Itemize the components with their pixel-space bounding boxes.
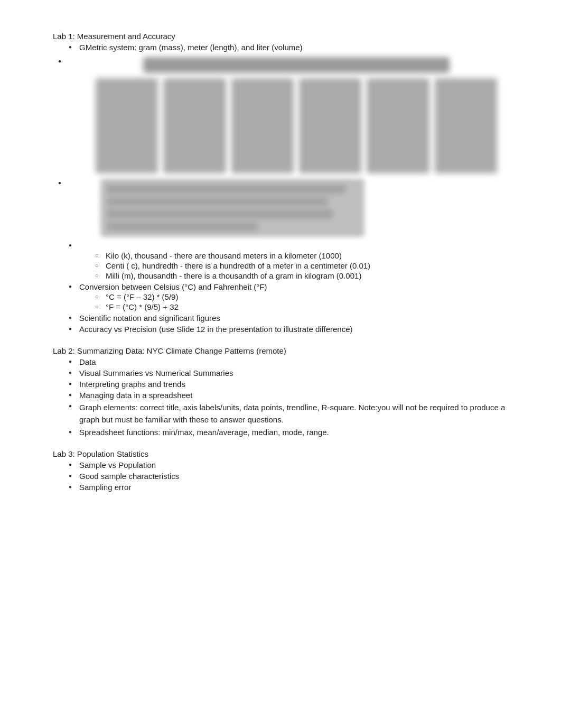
- sub-item-text: Kilo (k), thousand - there are thousand …: [106, 251, 342, 260]
- list-item: Sample vs Population: [69, 460, 519, 469]
- list-item: Managing data in a spreadsheet: [69, 391, 519, 400]
- blurred-col-5: [367, 78, 429, 173]
- bullet-text: Sample vs Population: [79, 460, 156, 469]
- list-item: °C = (°F – 32) * (5/9): [95, 292, 519, 301]
- list-item: Graph elements: correct title, axis labe…: [69, 402, 519, 426]
- lab3-bullet-list: Sample vs Population Good sample charact…: [53, 460, 519, 492]
- lab3-title: Lab 3: Population Statistics: [53, 449, 519, 458]
- list-item: Milli (m), thousandth - there is a thous…: [95, 271, 519, 280]
- bullet-text: Sampling error: [79, 483, 131, 492]
- bullet-text: Data: [79, 357, 96, 366]
- bullet-text: Interpreting graphs and trends: [79, 380, 185, 389]
- bullet-text: Accuracy vs Precision (use Slide 12 in t…: [79, 325, 353, 334]
- list-item: Interpreting graphs and trends: [69, 380, 519, 389]
- bullet-text: Scientific notation and significant figu…: [79, 314, 220, 322]
- list-item: Spreadsheet functions: min/max, mean/ave…: [69, 428, 519, 437]
- list-item: Conversion between Celsius (°C) and Fahr…: [69, 282, 519, 311]
- lab1-section: Lab 1: Measurement and Accuracy GMetric …: [53, 32, 519, 334]
- lab1-bullet-list: GMetric system: gram (mass), meter (leng…: [53, 43, 519, 334]
- list-item-blurred-panel: [58, 179, 519, 237]
- lab2-bullet-list: Data Visual Summaries vs Numerical Summa…: [53, 357, 519, 437]
- bullet-text: GMetric system: gram (mass), meter (leng…: [79, 43, 303, 52]
- empty-bullet-text: [79, 241, 81, 250]
- blurred-main-area: [96, 78, 497, 173]
- blurred-col-3: [231, 78, 294, 173]
- blurred-col-6: [435, 78, 497, 173]
- bullet-text: Good sample characteristics: [79, 472, 179, 481]
- blurred-panel-area: [100, 179, 519, 237]
- bullet-text: Managing data in a spreadsheet: [79, 391, 192, 400]
- bullet-text: Graph elements: correct title, axis labe…: [79, 403, 505, 424]
- sub-item-text: Milli (m), thousandth - there is a thous…: [106, 271, 361, 280]
- sub-item-text: °C = (°F – 32) * (5/9): [106, 292, 178, 301]
- lab3-section: Lab 3: Population Statistics Sample vs P…: [53, 449, 519, 492]
- list-item: °F = (°C) * (9/5) + 32: [95, 302, 519, 311]
- sub-item-text: Centi ( c), hundredth - there is a hundr…: [106, 261, 370, 270]
- sub-list-conversion: °C = (°F – 32) * (5/9) °F = (°C) * (9/5)…: [79, 292, 519, 311]
- bullet-text: Conversion between Celsius (°C) and Fahr…: [79, 282, 267, 291]
- bullet-text: Spreadsheet functions: min/max, mean/ave…: [79, 428, 329, 437]
- list-item: Accuracy vs Precision (use Slide 12 in t…: [69, 325, 519, 334]
- sub-list-prefixes: Kilo (k), thousand - there are thousand …: [79, 251, 519, 280]
- lab1-title: Lab 1: Measurement and Accuracy: [53, 32, 519, 41]
- blurred-col-1: [96, 78, 158, 173]
- list-item-empty: Kilo (k), thousand - there are thousand …: [69, 241, 519, 280]
- list-item: Good sample characteristics: [69, 472, 519, 481]
- list-item-blurred-top: [58, 57, 519, 173]
- list-item: Data: [69, 357, 519, 366]
- lab2-title: Lab 2: Summarizing Data: NYC Climate Cha…: [53, 346, 519, 355]
- list-item: Sampling error: [69, 483, 519, 492]
- blurred-col-2: [163, 78, 226, 173]
- list-item: Kilo (k), thousand - there are thousand …: [95, 251, 519, 260]
- sub-item-text: °F = (°C) * (9/5) + 32: [106, 302, 179, 311]
- list-item: GMetric system: gram (mass), meter (leng…: [69, 43, 519, 52]
- lab2-section: Lab 2: Summarizing Data: NYC Climate Cha…: [53, 346, 519, 437]
- bullet-text: Visual Summaries vs Numerical Summaries: [79, 368, 233, 377]
- list-item: Visual Summaries vs Numerical Summaries: [69, 368, 519, 377]
- blurred-image-area: [74, 57, 519, 173]
- blurred-col-4: [299, 78, 361, 173]
- blurred-top-bar: [143, 57, 450, 73]
- list-item: Centi ( c), hundredth - there is a hundr…: [95, 261, 519, 270]
- list-item: Scientific notation and significant figu…: [69, 314, 519, 322]
